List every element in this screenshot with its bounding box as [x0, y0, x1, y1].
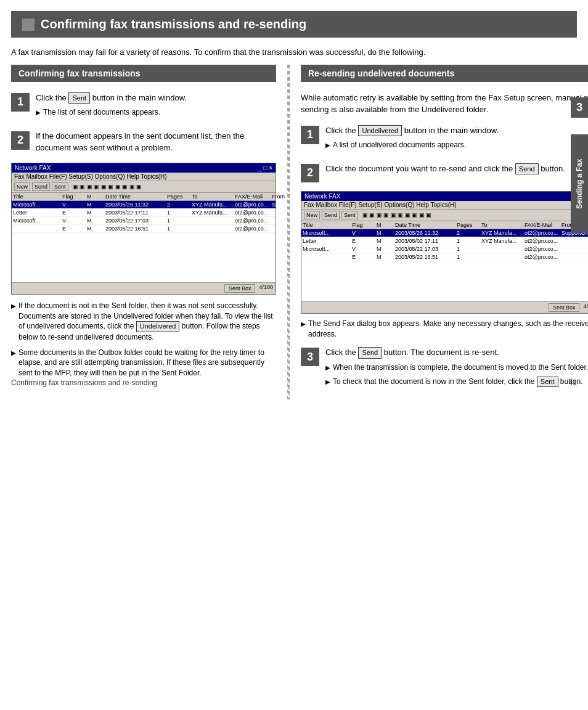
step-1-number: 1 — [11, 93, 30, 112]
toolbar-btn-r2[interactable]: Send — [322, 211, 340, 219]
toolbar-btn-r1[interactable]: New — [304, 211, 320, 219]
fax-count-right: 4/100 — [583, 303, 588, 312]
r-step3-after: button. The document is re-sent. — [384, 348, 499, 357]
toolbar-icons: ▣ ▣ ▣ ▣ ▣ ▣ ▣ ▣ ▣ ▣ — [73, 184, 142, 190]
r-step2-note: The Send Fax dialog box appears. Make an… — [301, 319, 588, 340]
toolbar-btn-r3[interactable]: Sent — [341, 211, 358, 219]
chapter-number: 3 — [571, 97, 588, 118]
footer-text: Confirming fax transmissions and re-send… — [11, 378, 157, 387]
main-title: Confirming fax transmissions and re-send… — [41, 17, 306, 31]
right-step-2: 2 Click the document you want to re-send… — [301, 163, 588, 182]
chapter-label: Sending a Fax — [571, 134, 588, 233]
right-step-1: 1 Click the Undelivered button in the ma… — [301, 124, 588, 154]
fax-count-left: 4/100 — [259, 284, 273, 293]
step1-text-after: button in the main window. — [92, 93, 187, 102]
r-step3-before: Click the — [325, 348, 356, 357]
fax-row-r1[interactable]: Microsoft... V M 2003/05/26 11:32 2 XYZ … — [301, 229, 588, 237]
right-step-1-content: Click the Undelivered button in the main… — [325, 124, 588, 154]
step-1-content: Click the Sent button in the main window… — [36, 92, 276, 121]
fax-row-r4[interactable]: E M 2003/05/22 16:51 1 ot2@pro.co... — [301, 253, 588, 261]
fax-empty-area — [12, 233, 276, 282]
main-title-bar: Confirming fax transmissions and re-send… — [11, 11, 577, 38]
left-step-2: 2 If the document appears in the sent do… — [11, 130, 276, 154]
fax-window-title-left: Network FAX _ □ × — [12, 163, 276, 173]
fax-row-r2[interactable]: Letter E M 2003/05/02 17:11 1 XYZ Manufa… — [301, 237, 588, 245]
sent-button-label: Sent — [68, 92, 90, 104]
send-button-label-2: Send — [515, 163, 539, 175]
r-step2-before: Click the document you want to re-send a… — [325, 164, 513, 173]
intro-text: A fax transmission may fail for a variet… — [11, 46, 577, 59]
page-wrapper: 3 Sending a Fax Confirming fax transmiss… — [0, 11, 588, 399]
left-step-1: 1 Click the Sent button in the main wind… — [11, 92, 276, 121]
r-step1-after: button in the main window. — [404, 126, 499, 135]
step-2-number: 2 — [11, 131, 30, 150]
fax-status-right: Sent Box 4/100 — [301, 301, 588, 313]
bullet-notes-left: If the document is not in the Sent folde… — [11, 301, 276, 378]
undelivered-btn-ref: Undelivered — [136, 321, 180, 332]
fax-row-r3[interactable]: Microsoft... V M 2003/05/22 17:03 1 ot2@… — [301, 245, 588, 253]
fax-row-2[interactable]: Letter E M 2003/05/22 17:11 1 XYZ Manufa… — [12, 209, 276, 217]
re-send-intro: While automatic retry is available by se… — [301, 92, 588, 116]
page-footer: Confirming fax transmissions and re-send… — [0, 378, 588, 387]
toolbar-btn-3[interactable]: Sent — [52, 182, 68, 191]
fax-table-header-right: Title Flag M Date Time Pages To FAX/E-Ma… — [301, 221, 588, 229]
sent-box-btn-r[interactable]: Sent Box — [549, 303, 580, 312]
r-step2-after: button. — [541, 164, 565, 173]
fax-status-left: Sent Box 4/100 — [12, 282, 276, 294]
bullet-note-2: Some documents in the Outbox folder coul… — [11, 348, 276, 378]
step-2-content: If the document appears in the sent docu… — [36, 130, 276, 154]
fax-row-3[interactable]: Microsoft... V M 2003/05/22 17:03 1 ot2@… — [12, 217, 276, 225]
right-step-3-number: 3 — [301, 348, 319, 366]
left-section-header: Confirming fax transmissions — [11, 65, 276, 82]
fax-toolbar-left: New Send Sent ▣ ▣ ▣ ▣ ▣ ▣ ▣ ▣ ▣ ▣ — [12, 181, 276, 193]
fax-menu-right: Fax Mailbox File(F) Setup(S) Options(Q) … — [301, 201, 588, 210]
left-column: Confirming fax transmissions 1 Click the… — [11, 65, 288, 400]
fax-row-1[interactable]: Microsoft... V M 2003/05/26 11:32 2 XYZ … — [12, 201, 276, 209]
sent-box-btn[interactable]: Sent Box — [224, 284, 256, 293]
right-step-2-content: Click the document you want to re-send a… — [325, 163, 588, 175]
fax-window-right: Network FAX _ □ × Fax Mailbox File(F) Se… — [301, 191, 588, 314]
two-col-layout: Confirming fax transmissions 1 Click the… — [11, 65, 577, 400]
step2-text: If the document appears in the sent docu… — [36, 130, 276, 154]
r-step3-note1: When the transmission is complete, the d… — [325, 362, 588, 373]
r-step1-note: A list of undelivered documents appears. — [325, 140, 588, 150]
step1-note: The list of sent documents appears. — [36, 107, 276, 118]
bullet-note-1: If the document is not in the Sent folde… — [11, 301, 276, 343]
fax-toolbar-right: New Send Sent ▣ ▣ ▣ ▣ ▣ ▣ ▣ ▣ ▣ ▣ — [301, 210, 588, 221]
title-icon — [22, 18, 35, 31]
fax-table-header-left: Title Flag M Date Time Pages To FAX/E-Ma… — [12, 193, 276, 201]
toolbar-btn-1[interactable]: New — [14, 182, 30, 191]
footer-page: 41 — [569, 378, 577, 387]
send-button-label-3: Send — [358, 347, 382, 359]
undelivered-button-label: Undelivered — [358, 125, 402, 137]
fax-empty-area-r — [301, 261, 588, 301]
right-step-1-number: 1 — [301, 126, 319, 144]
step1-text-before: Click the — [36, 93, 67, 102]
fax-window-title-right: Network FAX _ □ × — [301, 192, 588, 201]
fax-window-left: Network FAX _ □ × Fax Mailbox File(F) Se… — [11, 163, 276, 295]
right-step-2-number: 2 — [301, 164, 319, 182]
right-section-header: Re-sending undelivered documents — [301, 65, 588, 82]
fax-menu-left: Fax Mailbox File(F) Setup(S) Options(Q) … — [12, 173, 276, 181]
r-step1-before: Click the — [325, 126, 356, 135]
toolbar-icons-r: ▣ ▣ ▣ ▣ ▣ ▣ ▣ ▣ ▣ ▣ — [362, 212, 432, 218]
toolbar-btn-2[interactable]: Send — [32, 182, 50, 191]
right-column: Re-sending undelivered documents While a… — [290, 65, 588, 400]
fax-row-4[interactable]: E M 2003/05/22 16:51 1 ot2@pro.co... — [12, 225, 276, 233]
